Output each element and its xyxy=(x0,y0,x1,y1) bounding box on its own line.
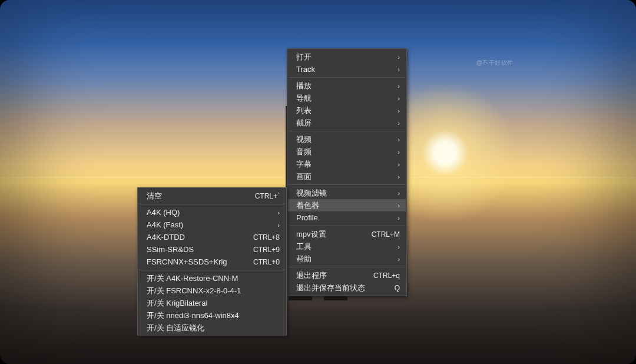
shader-item-krigbilateral[interactable]: 开/关 KrigBilateral xyxy=(138,297,286,309)
chevron-right-icon: › xyxy=(398,190,400,197)
menu-item-label: 导航 xyxy=(296,93,393,104)
menu-item-label: A4K-DTDD xyxy=(147,233,243,241)
menu-item-shortcut: CTRL+8 xyxy=(253,233,280,241)
menu-item-label: 截屏 xyxy=(296,118,393,128)
menu-item-label: 列表 xyxy=(296,105,393,116)
menu-item-label: Profile xyxy=(296,213,393,222)
menu-item-label: 字幕 xyxy=(296,159,393,170)
chevron-right-icon: › xyxy=(277,209,280,216)
menu-item-label: Track xyxy=(296,65,393,74)
menu-item-label: 退出并保存当前状态 xyxy=(296,283,384,293)
shader-item-a4k-restore-cnn-m[interactable]: 开/关 A4K-Restore-CNN-M xyxy=(138,272,286,284)
menu-item-label: SSim-SR&DS xyxy=(147,245,243,254)
chevron-right-icon: › xyxy=(398,148,400,155)
chevron-right-icon: › xyxy=(398,82,400,90)
menu-item-label: A4K (Fast) xyxy=(147,220,273,229)
menu-item-label: 播放 xyxy=(296,81,393,91)
menu-separator xyxy=(289,267,405,267)
shader-item-a4k-hq[interactable]: A4K (HQ)› xyxy=(138,206,286,219)
menu-item-item[interactable]: 视频› xyxy=(288,133,406,145)
shader-item-fsrcnnx-ssds-krig[interactable]: FSRCNNX+SSDS+KrigCTRL+0 xyxy=(138,256,286,268)
chevron-right-icon: › xyxy=(277,221,280,229)
menu-item-label: 工具 xyxy=(296,241,393,252)
menu-item-label: 开/关 A4K-Restore-CNN-M xyxy=(147,273,280,284)
menu-item-item[interactable]: 导航› xyxy=(288,92,406,104)
menu-item-shortcut: Q xyxy=(395,284,400,292)
menu-item-label: 清空 xyxy=(147,191,244,201)
chevron-right-icon: › xyxy=(398,243,400,250)
menu-item-label: 打开 xyxy=(296,52,393,62)
menu-item-shortcut: CTRL+0 xyxy=(253,258,280,266)
chevron-right-icon: › xyxy=(398,256,400,263)
menu-separator xyxy=(289,131,405,131)
shader-item-item[interactable]: 清空CTRL+` xyxy=(138,190,286,202)
menu-item-shortcut: CTRL+q xyxy=(373,272,400,280)
chevron-right-icon: › xyxy=(398,202,400,209)
menu-item-item[interactable]: 字幕› xyxy=(288,158,406,170)
menu-item-item[interactable]: 打开› xyxy=(288,51,406,63)
menu-item-label: 帮助 xyxy=(296,254,393,264)
chevron-right-icon: › xyxy=(398,95,400,102)
menu-item-item[interactable]: 帮助› xyxy=(288,253,406,265)
menu-item-label: 画面 xyxy=(296,171,393,182)
menu-item-label: 开/关 KrigBilateral xyxy=(147,298,280,309)
menu-item-label: 视频 xyxy=(296,134,393,145)
chevron-right-icon: › xyxy=(398,214,400,221)
menu-item-mpv[interactable]: mpv设置CTRL+M xyxy=(288,228,406,240)
menu-item-item[interactable]: 工具› xyxy=(288,240,406,253)
menu-item-shortcut: CTRL+9 xyxy=(253,246,280,254)
menu-item-item[interactable]: 播放› xyxy=(288,80,406,92)
menu-item-label: FSRCNNX+SSDS+Krig xyxy=(147,257,243,266)
menu-item-item[interactable]: 音频› xyxy=(288,145,406,158)
menu-item-label: A4K (HQ) xyxy=(147,208,273,217)
chevron-right-icon: › xyxy=(398,107,400,114)
chevron-right-icon: › xyxy=(398,54,400,61)
menu-item-item[interactable]: 着色器› xyxy=(288,199,406,211)
menu-item-label: 着色器 xyxy=(296,200,393,211)
chevron-right-icon: › xyxy=(398,136,400,143)
menu-item-label: 音频 xyxy=(296,147,393,157)
chevron-right-icon: › xyxy=(398,161,400,168)
menu-separator xyxy=(139,204,285,204)
menu-item-label: 退出程序 xyxy=(296,270,363,281)
menu-separator xyxy=(289,184,405,185)
shader-item-nnedi3-nns64-win8x4[interactable]: 开/关 nnedi3-nns64-win8x4 xyxy=(138,309,286,322)
menu-item-track[interactable]: Track› xyxy=(288,63,406,75)
chevron-right-icon: › xyxy=(398,173,400,180)
menu-separator xyxy=(139,270,285,270)
context-menu-shaders[interactable]: 清空CTRL+`A4K (HQ)›A4K (Fast)›A4K-DTDDCTRL… xyxy=(137,187,287,336)
shader-item-item[interactable]: 开/关 自适应锐化 xyxy=(138,322,286,334)
menu-item-shortcut: CTRL+M xyxy=(372,230,400,239)
shader-item-a4k-fast[interactable]: A4K (Fast)› xyxy=(138,219,286,231)
shader-item-fsrcnnx-x2-8-0-4-1[interactable]: 开/关 FSRCNNX-x2-8-0-4-1 xyxy=(138,284,286,297)
menu-item-label: 视频滤镜 xyxy=(296,188,393,198)
menu-item-item[interactable]: 视频滤镜› xyxy=(288,187,406,199)
menu-item-shortcut: CTRL+` xyxy=(255,192,280,200)
watermark-text: @不干好软件 xyxy=(476,59,514,67)
menu-item-item[interactable]: 退出并保存当前状态Q xyxy=(288,282,406,294)
video-player-frame: @不干好软件 打开›Track›播放›导航›列表›截屏›视频›音频›字幕›画面›… xyxy=(0,0,636,364)
shader-item-a4k-dtdd[interactable]: A4K-DTDDCTRL+8 xyxy=(138,231,286,243)
menu-item-item[interactable]: 画面› xyxy=(288,170,406,183)
chevron-right-icon: › xyxy=(398,120,400,127)
chevron-right-icon: › xyxy=(398,66,400,73)
menu-item-label: 开/关 nnedi3-nns64-win8x4 xyxy=(147,310,280,321)
shader-item-ssim-sr-ds[interactable]: SSim-SR&DSCTRL+9 xyxy=(138,243,286,256)
menu-separator xyxy=(289,77,405,78)
menu-item-item[interactable]: 退出程序CTRL+q xyxy=(288,269,406,282)
menu-item-label: mpv设置 xyxy=(296,229,361,240)
context-menu-main[interactable]: 打开›Track›播放›导航›列表›截屏›视频›音频›字幕›画面›视频滤镜›着色… xyxy=(287,48,407,296)
menu-item-item[interactable]: 截屏› xyxy=(288,117,406,129)
menu-item-label: 开/关 FSRCNNX-x2-8-0-4-1 xyxy=(147,286,280,296)
menu-separator xyxy=(289,226,405,226)
menu-item-label: 开/关 自适应锐化 xyxy=(147,323,280,333)
menu-item-profile[interactable]: Profile› xyxy=(288,211,406,224)
menu-item-item[interactable]: 列表› xyxy=(288,104,406,117)
